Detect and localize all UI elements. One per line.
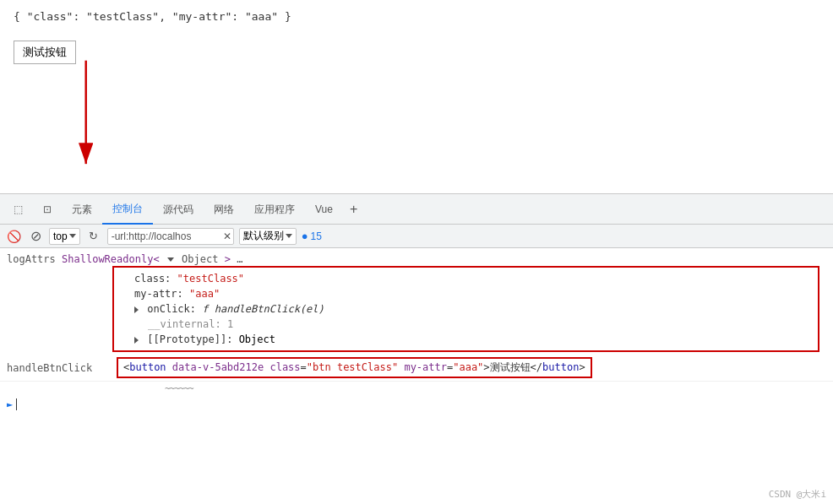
count-value: 15: [311, 230, 322, 242]
wavy-underline: ~~~~~~: [0, 382, 833, 397]
tab-sources-label: 源代码: [163, 194, 193, 225]
console-toolbar: 🚫 ⊘ top ↻ -url:http://localhos ✕ 默认级别 ● …: [0, 225, 833, 248]
inspect-icon: ⬚: [14, 194, 23, 225]
my-attr-key: my-attr:: [134, 288, 183, 300]
no-icon[interactable]: ⊘: [27, 228, 44, 245]
filter-text: -url:http://localhos: [112, 230, 192, 242]
tab-device-icon[interactable]: ⊡: [33, 194, 62, 225]
devtools-tabs: ⬚ ⊡ 元素 控制台 源代码 网络 应用程序 Vue +: [0, 194, 833, 225]
tab-application-label: 应用程序: [254, 194, 295, 225]
dropdown-arrow-icon: [69, 234, 76, 238]
obj-properties-box: class: "testClass" my-attr: "aaa" onClic…: [112, 266, 819, 352]
handle-label: handleBtnClick: [7, 362, 117, 374]
issue-count: ● 15: [302, 230, 322, 242]
tab-network[interactable]: 网络: [204, 194, 244, 225]
prototype-key: [[Prototype]]:: [147, 333, 232, 345]
tab-network-label: 网络: [214, 194, 234, 225]
object-text: Object: [182, 253, 218, 265]
handle-content-box: <button data-v-5abd212e class="btn testC…: [117, 357, 592, 378]
vinternal-value: 1: [227, 318, 233, 330]
log-attrs-row: logAttrs ShallowReadonly< Object > … cla…: [0, 252, 833, 355]
preview-area: { "class": "testClass", "my-attr": "aaa"…: [0, 0, 833, 194]
prop-my-attr: my-attr: "aaa": [134, 286, 811, 301]
tab-console-label: 控制台: [112, 193, 143, 224]
tab-vue[interactable]: Vue: [305, 194, 343, 225]
onclick-value: f handleBtnClick(el): [202, 303, 324, 315]
handle-row: handleBtnClick <button data-v-5abd212e c…: [0, 355, 833, 382]
tab-inspect-icon[interactable]: ⬚: [3, 194, 33, 225]
clear-console-icon[interactable]: 🚫: [5, 228, 22, 245]
prop-prototype: [[Prototype]]: Object: [134, 332, 811, 347]
default-levels-label: 默认级别: [243, 229, 284, 243]
tab-console[interactable]: 控制台: [102, 194, 153, 225]
tab-sources[interactable]: 源代码: [153, 194, 204, 225]
tab-application[interactable]: 应用程序: [244, 194, 305, 225]
expand-prototype-icon[interactable]: [134, 333, 147, 345]
arrow-overlay: [0, 0, 833, 193]
top-dropdown[interactable]: top: [49, 228, 80, 245]
test-button[interactable]: 测试按钮: [14, 41, 76, 64]
cursor-prompt-icon: ►: [7, 398, 13, 410]
prototype-value: Object: [239, 333, 275, 345]
levels-dropdown-arrow-icon: [286, 234, 292, 238]
obj-props-inner: class: "testClass" my-attr: "aaa" onClic…: [121, 269, 811, 349]
console-content: logAttrs ShallowReadonly< Object > … cla…: [0, 248, 833, 504]
my-attr-value: "aaa": [189, 288, 220, 300]
cursor-line: ►: [0, 397, 833, 412]
device-icon: ⊡: [43, 194, 52, 225]
preview-json: { "class": "testClass", "my-attr": "aaa"…: [14, 10, 819, 23]
expand-onclick-icon[interactable]: [134, 303, 147, 315]
onclick-key: onClick:: [147, 303, 196, 315]
class-value: "testClass": [177, 273, 244, 285]
tab-elements[interactable]: 元素: [62, 194, 102, 225]
button-html-text: <button data-v-5abd212e class="btn testC…: [123, 361, 585, 373]
tab-vue-label: Vue: [315, 194, 333, 225]
default-levels-dropdown[interactable]: 默认级别: [239, 228, 297, 245]
top-label: top: [53, 230, 68, 242]
prop-class: class: "testClass": [134, 271, 811, 286]
filter-input[interactable]: -url:http://localhos ✕: [107, 228, 234, 245]
tab-add[interactable]: +: [343, 194, 364, 225]
cursor-blink: [16, 398, 17, 410]
tab-elements-label: 元素: [72, 194, 92, 225]
log-attrs-name: logAttrs: [7, 253, 56, 265]
csdn-watermark: CSDN @大米i: [769, 488, 826, 501]
log-attrs-label: logAttrs ShallowReadonly< Object > …: [7, 253, 242, 265]
object-suffix: >: [225, 253, 231, 265]
prop-onclick: onClick: f handleBtnClick(el): [134, 301, 811, 317]
prop-vinternal: __vinternal: 1: [134, 317, 811, 332]
shallow-readonly-text: ShallowReadonly<: [62, 253, 160, 265]
expand-icon[interactable]: [167, 257, 174, 262]
refresh-icon[interactable]: ↻: [85, 228, 102, 245]
filter-clear-icon[interactable]: ✕: [223, 230, 231, 242]
vinternal-key: __vinternal:: [148, 318, 221, 330]
class-key: class:: [134, 273, 171, 285]
object-ellipsis: …: [237, 253, 242, 265]
